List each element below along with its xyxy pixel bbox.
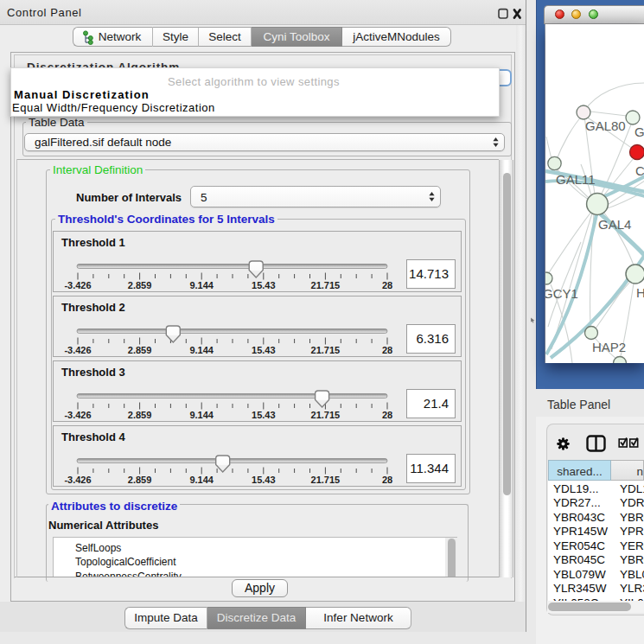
svg-text:2.859: 2.859 <box>128 475 152 485</box>
svg-text:15.43: 15.43 <box>252 345 276 355</box>
svg-text:28: 28 <box>382 410 392 420</box>
svg-text:15.43: 15.43 <box>252 475 276 485</box>
svg-text:15.43: 15.43 <box>252 280 276 290</box>
svg-text:2.859: 2.859 <box>128 410 152 420</box>
svg-text:GCY1: GCY1 <box>545 286 578 301</box>
svg-text:Threshold 4: Threshold 4 <box>61 430 125 443</box>
svg-text:9.144: 9.144 <box>189 410 214 420</box>
svg-text:21.715: 21.715 <box>311 410 341 420</box>
svg-text:9.144: 9.144 <box>189 475 214 485</box>
svg-text:Threshold 1: Threshold 1 <box>61 236 125 249</box>
svg-text:Threshold 2: Threshold 2 <box>61 301 125 314</box>
svg-text:GA: GA <box>634 124 644 139</box>
svg-text:-3.426: -3.426 <box>64 475 91 485</box>
svg-text:-3.426: -3.426 <box>64 280 91 290</box>
svg-text:-3.426: -3.426 <box>64 410 91 420</box>
svg-text:21.715: 21.715 <box>311 475 341 485</box>
svg-text:GAL11: GAL11 <box>556 172 596 187</box>
svg-text:HAP2: HAP2 <box>592 340 626 354</box>
svg-text:C: C <box>635 163 644 178</box>
svg-text:9.144: 9.144 <box>189 345 214 355</box>
svg-text:2.859: 2.859 <box>128 345 152 355</box>
svg-text:28: 28 <box>382 345 392 355</box>
svg-text:28: 28 <box>382 280 392 290</box>
svg-text:-3.426: -3.426 <box>64 345 91 355</box>
svg-text:H: H <box>636 285 644 300</box>
svg-text:28: 28 <box>382 475 392 485</box>
svg-text:2.859: 2.859 <box>128 280 152 290</box>
svg-text:15.43: 15.43 <box>252 410 276 420</box>
svg-text:Threshold 3: Threshold 3 <box>61 366 125 379</box>
svg-text:21.715: 21.715 <box>311 280 341 290</box>
svg-text:GAL80: GAL80 <box>585 118 626 133</box>
svg-text:21.715: 21.715 <box>311 345 341 355</box>
svg-text:GAL4: GAL4 <box>598 217 631 232</box>
svg-text:9.144: 9.144 <box>189 280 214 290</box>
